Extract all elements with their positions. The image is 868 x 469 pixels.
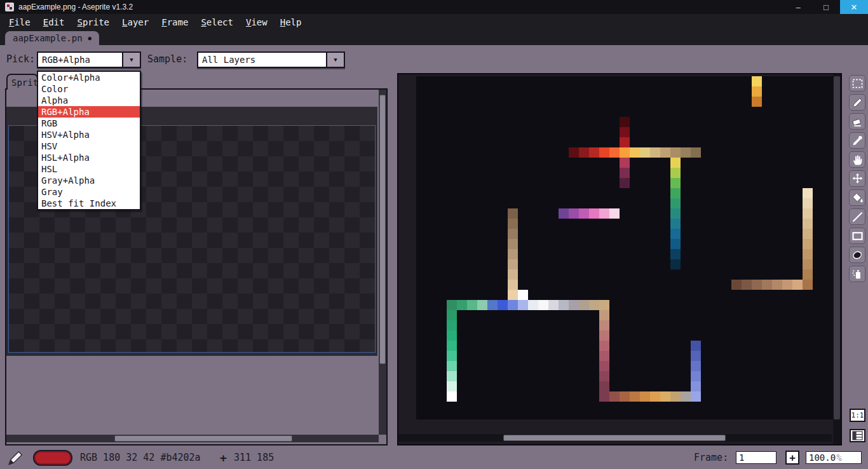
scrollbar-thumb[interactable] (379, 95, 386, 364)
left-view-tab[interactable]: Sprite (6, 74, 38, 90)
pixel (599, 371, 609, 381)
dropdown-item-best-fit-index[interactable]: Best fit Index (38, 198, 140, 209)
pixel (620, 178, 630, 188)
menu-file[interactable]: File (3, 16, 37, 29)
scrollbar-thumb[interactable] (114, 435, 292, 442)
pixel (620, 127, 630, 137)
pixel (447, 371, 457, 381)
sprite-canvas-pixelart[interactable] (416, 76, 833, 419)
tool-pencil[interactable] (849, 94, 865, 111)
paint-bucket-icon (851, 191, 864, 205)
pixel (508, 208, 518, 219)
menu-view[interactable]: View (240, 16, 274, 29)
maximize-button[interactable]: □ (812, 0, 840, 14)
frame-input[interactable] (736, 451, 776, 464)
tool-hand[interactable] (849, 151, 865, 168)
menu-frame[interactable]: Frame (155, 16, 194, 29)
zoom-1-1-button[interactable]: 1:1 (850, 409, 865, 422)
tool-contour[interactable] (849, 247, 865, 263)
dropdown-item-hsv-alpha[interactable]: HSV+Alpha (38, 129, 140, 140)
tool-rectangle[interactable] (849, 228, 865, 244)
pixel (569, 147, 579, 158)
eyedropper-icon (851, 134, 864, 147)
pixel (589, 147, 599, 158)
aseprite-window: aapExample.png - Aseprite v1.3.2 – □ ✕ F… (0, 0, 868, 469)
pixel (762, 280, 772, 290)
pixel (579, 147, 589, 158)
minimize-button[interactable]: – (784, 0, 812, 14)
pick-combobox[interactable]: RGB+Alpha ▼ (37, 51, 141, 68)
scrollbar-thumb[interactable] (834, 76, 840, 419)
left-horizontal-scrollbar[interactable] (6, 435, 379, 442)
pixel (508, 219, 518, 229)
pixel (477, 300, 487, 310)
menu-help[interactable]: Help (274, 16, 308, 29)
close-button[interactable]: ✕ (840, 0, 868, 14)
left-vertical-scrollbar[interactable] (379, 90, 386, 435)
right-vertical-scrollbar[interactable] (833, 74, 841, 444)
pixel (803, 259, 813, 269)
pixel (518, 300, 528, 310)
chevron-down-icon[interactable]: ▼ (122, 53, 140, 67)
tool-move[interactable] (849, 170, 865, 187)
pixel (508, 280, 518, 290)
pixel (609, 208, 620, 219)
menu-layer[interactable]: Layer (116, 16, 155, 29)
sample-combobox[interactable]: All Layers ▼ (197, 51, 345, 68)
right-horizontal-scrollbar[interactable] (398, 434, 832, 442)
dropdown-item-hsl-alpha[interactable]: HSL+Alpha (38, 152, 140, 163)
menu-edit[interactable]: Edit (37, 16, 71, 29)
dropdown-item-color[interactable]: Color (38, 83, 140, 95)
pixel (447, 341, 457, 351)
dropdown-item-color-alpha[interactable]: Color+Alpha (38, 72, 140, 83)
tool-spray[interactable] (849, 266, 865, 282)
chevron-down-icon[interactable]: ▼ (326, 53, 344, 67)
pixel (447, 300, 457, 310)
pixel (670, 229, 681, 239)
pixel (650, 391, 660, 402)
pixel (447, 361, 457, 371)
aseprite-logo-icon (5, 3, 14, 11)
move-icon (851, 172, 864, 186)
pixel (691, 371, 701, 381)
dropdown-item-hsv[interactable]: HSV (38, 140, 140, 152)
left-view-tab-label: Sprite (11, 78, 38, 88)
foreground-color-swatch[interactable] (33, 450, 72, 466)
pixel (579, 208, 589, 219)
menu-sprite[interactable]: Sprite (71, 16, 116, 29)
tool-rectangular-marquee[interactable] (849, 75, 865, 92)
rectangle-icon (851, 229, 864, 243)
rectangular-marquee-icon (851, 77, 864, 90)
window-controls: – □ ✕ (784, 0, 868, 14)
tool-eraser[interactable] (849, 113, 865, 130)
dropdown-item-rgb-alpha[interactable]: RGB+Alpha (38, 106, 140, 118)
tool-line[interactable] (849, 208, 865, 225)
tab-aapexample[interactable]: aapExample.pn ● (5, 31, 99, 45)
scrollbar-thumb[interactable] (503, 435, 726, 441)
tool-paint-bucket[interactable] (849, 189, 865, 206)
dropdown-item-gray-alpha[interactable]: Gray+Alpha (38, 175, 140, 186)
add-frame-button[interactable]: + (785, 451, 799, 465)
dropdown-item-rgb[interactable]: RGB (38, 118, 140, 129)
pixel (752, 280, 762, 290)
dropdown-item-gray[interactable]: Gray (38, 186, 140, 198)
dropdown-item-hsl[interactable]: HSL (38, 163, 140, 175)
crosshair-icon: + (220, 447, 227, 469)
pixel (670, 259, 681, 269)
preview-button[interactable] (850, 429, 865, 442)
spray-icon (851, 268, 864, 281)
hand-icon (851, 153, 864, 167)
pixel (559, 208, 569, 219)
pixel (599, 320, 609, 330)
pixel (620, 137, 630, 147)
zoom-input[interactable]: 100.0 % (806, 451, 862, 464)
pixel (508, 290, 518, 300)
menu-select[interactable]: Select (194, 16, 240, 29)
tool-eyedropper[interactable] (849, 132, 865, 149)
pixel (660, 391, 670, 402)
pixel (752, 86, 762, 97)
dropdown-item-alpha[interactable]: Alpha (38, 95, 140, 106)
pixel (620, 117, 630, 127)
pixel (803, 198, 813, 208)
pixel (670, 147, 681, 158)
